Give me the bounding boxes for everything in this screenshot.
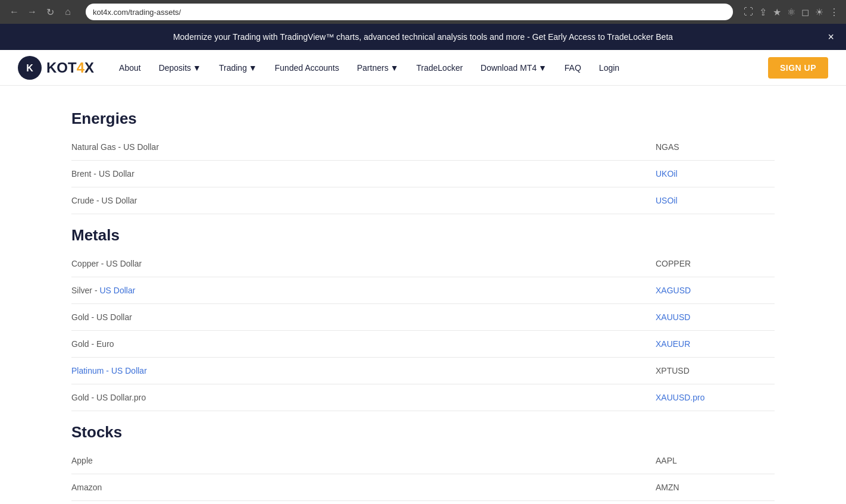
partners-chevron-icon: ▼	[390, 63, 399, 73]
asset-symbol-copper: COPPER	[656, 259, 775, 268]
banner-close-button[interactable]: ×	[828, 31, 834, 43]
asset-row: Copper - US Dollar COPPER	[71, 251, 775, 277]
asset-row: Brent - US Dollar UKOil	[71, 161, 775, 187]
promo-banner: Modernize your Trading with TradingView™…	[0, 24, 846, 50]
asset-row: Crude - US Dollar USOil	[71, 187, 775, 214]
browser-action-icons: ⛶ ⇪ ★ ⚛ ◻ ☀ ⋮	[744, 7, 839, 18]
svg-text:K: K	[26, 63, 33, 73]
asset-symbol-ukoil: UKOil	[656, 169, 775, 179]
asset-name-brent: Brent - US Dollar	[71, 169, 656, 179]
deposits-chevron-icon: ▼	[193, 63, 201, 73]
asset-row: Boeing BA	[71, 501, 775, 504]
nav-funded-accounts[interactable]: Funded Accounts	[268, 58, 346, 77]
asset-symbol-xptusd: XPTUSD	[656, 366, 775, 375]
asset-symbol-xauusd-pro: XAUUSD.pro	[656, 393, 775, 402]
asset-row: Gold - US Dollar XAUUSD	[71, 304, 775, 331]
refresh-button[interactable]: ↻	[43, 7, 57, 18]
logo[interactable]: K KOT4X	[18, 56, 94, 80]
asset-name-crude: Crude - US Dollar	[71, 196, 656, 205]
banner-text: Modernize your Trading with TradingView™…	[173, 32, 673, 42]
nav-tradelocker[interactable]: TradeLocker	[409, 58, 470, 77]
asset-row: Apple AAPL	[71, 447, 775, 474]
logo-text: KOT4X	[46, 60, 94, 76]
nav-links: About Deposits ▼ Trading ▼ Funded Accoun…	[112, 58, 768, 77]
trading-chevron-icon: ▼	[249, 63, 257, 73]
screenshot-icon[interactable]: ⛶	[744, 7, 753, 17]
navbar: K KOT4X About Deposits ▼ Trading ▼ Funde…	[0, 50, 846, 86]
logo-four: 4	[77, 60, 84, 76]
metals-section-title: Metals	[71, 226, 775, 245]
mt4-chevron-icon: ▼	[538, 63, 547, 73]
asset-row: Platinum - US Dollar XPTUSD	[71, 358, 775, 384]
asset-symbol-amzn: AMZN	[656, 483, 775, 492]
share-icon[interactable]: ⇪	[759, 7, 767, 18]
asset-symbol-ngas: NGAS	[656, 142, 775, 152]
split-view-icon[interactable]: ◻	[801, 7, 809, 18]
bookmark-icon[interactable]: ★	[773, 7, 781, 18]
forward-button[interactable]: →	[25, 7, 39, 17]
asset-row: Gold - US Dollar.pro XAUUSD.pro	[71, 384, 775, 411]
nav-deposits[interactable]: Deposits ▼	[152, 58, 208, 77]
logo-x: X	[84, 60, 94, 76]
stocks-table: Apple AAPL Amazon AMZN Boeing BA Bank of…	[71, 447, 775, 504]
energies-table: Natural Gas - US Dollar NGAS Brent - US …	[71, 134, 775, 214]
back-button[interactable]: ←	[7, 7, 21, 17]
asset-name-platinum: Platinum - US Dollar	[71, 366, 656, 375]
asset-symbol-xagusd: XAGUSD	[656, 286, 775, 295]
asset-name-silver: Silver - US Dollar	[71, 286, 656, 295]
metals-table: Copper - US Dollar COPPER Silver - US Do…	[71, 251, 775, 411]
nav-faq[interactable]: FAQ	[557, 58, 588, 77]
address-bar[interactable]: kot4x.com/trading-assets/	[86, 4, 733, 20]
logo-icon: K	[18, 56, 42, 80]
nav-trading[interactable]: Trading ▼	[212, 58, 264, 77]
nav-partners[interactable]: Partners ▼	[350, 58, 406, 77]
asset-name-gold-usd: Gold - US Dollar	[71, 312, 656, 322]
browser-chrome: ← → ↻ ⌂ kot4x.com/trading-assets/ ⛶ ⇪ ★ …	[0, 0, 846, 24]
extensions-icon[interactable]: ⚛	[787, 7, 795, 18]
signup-button[interactable]: SIGN UP	[768, 57, 828, 79]
asset-row: Silver - US Dollar XAGUSD	[71, 277, 775, 304]
browser-nav-buttons: ← → ↻ ⌂	[7, 7, 75, 18]
stocks-section-title: Stocks	[71, 423, 775, 442]
nav-about[interactable]: About	[112, 58, 148, 77]
asset-name-natural-gas: Natural Gas - US Dollar	[71, 142, 656, 152]
asset-name-copper: Copper - US Dollar	[71, 259, 656, 268]
url-text: kot4x.com/trading-assets/	[93, 8, 181, 17]
asset-row: Natural Gas - US Dollar NGAS	[71, 134, 775, 161]
nav-download-mt4[interactable]: Download MT4 ▼	[474, 58, 554, 77]
nav-login[interactable]: Login	[592, 58, 626, 77]
asset-name-apple: Apple	[71, 456, 656, 465]
asset-name-amazon: Amazon	[71, 483, 656, 492]
asset-symbol-xaueur: XAUEUR	[656, 339, 775, 349]
asset-row: Amazon AMZN	[71, 474, 775, 501]
main-content: Energies Natural Gas - US Dollar NGAS Br…	[0, 86, 846, 504]
asset-name-gold-usd-pro: Gold - US Dollar.pro	[71, 393, 656, 402]
asset-name-gold-eur: Gold - Euro	[71, 339, 656, 349]
asset-symbol-usoil: USOil	[656, 196, 775, 205]
menu-icon[interactable]: ⋮	[829, 7, 839, 18]
asset-symbol-xauusd: XAUUSD	[656, 312, 775, 322]
home-button[interactable]: ⌂	[61, 7, 75, 17]
asset-symbol-aapl: AAPL	[656, 456, 775, 465]
energies-section-title: Energies	[71, 109, 775, 128]
logo-kot: KOT	[46, 60, 77, 76]
asset-row: Gold - Euro XAUEUR	[71, 331, 775, 358]
profile-icon[interactable]: ☀	[815, 7, 823, 18]
